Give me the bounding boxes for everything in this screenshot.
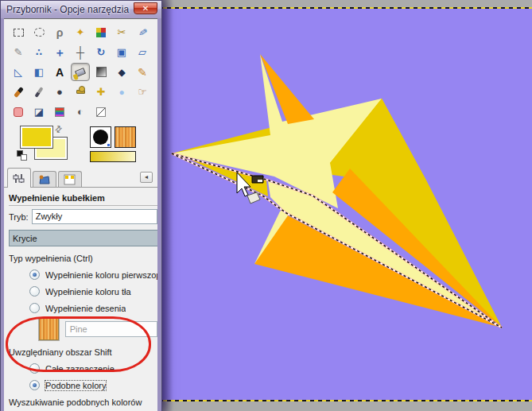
foreground-select-tool[interactable]: ∴ xyxy=(29,43,49,61)
paths-tool[interactable]: ✎ xyxy=(9,43,28,61)
fuzzy-select-tool[interactable]: ✦ xyxy=(71,23,90,41)
blur-sharpen-tool[interactable]: ● xyxy=(112,83,131,101)
scissors-select-tool[interactable]: ✂ xyxy=(112,23,131,41)
mode-dropdown[interactable]: Zwykły xyxy=(32,209,157,224)
rotate-tool[interactable]: ↻ xyxy=(91,43,111,61)
foreground-color-swatch[interactable] xyxy=(21,126,52,148)
radio-row-wype-nienie-koloru-t-a[interactable]: Wypełnienie koloru tła xyxy=(29,286,157,297)
heal-tool[interactable]: ✚ xyxy=(91,83,111,101)
cursor-modifier-inner xyxy=(258,180,262,182)
window-title: Przybornik - Opcje narzędzia xyxy=(1,4,134,15)
text-tool[interactable]: A xyxy=(50,63,69,81)
option-label: Całe zaznaczenie xyxy=(45,364,115,374)
radio-button[interactable] xyxy=(29,303,40,313)
smudge-tool[interactable]: ☞ xyxy=(133,83,152,101)
sliders-icon xyxy=(13,173,25,184)
option-label: Podobne kolory xyxy=(45,381,106,390)
radio-button[interactable] xyxy=(29,380,40,390)
bucket-fill-tool[interactable] xyxy=(71,63,90,81)
perspective-tool[interactable]: ◺ xyxy=(9,63,28,81)
tab-colors[interactable] xyxy=(58,171,82,187)
gradient-preview[interactable] xyxy=(90,151,136,162)
tool-options-title: Wypełnienie kubełkiem xyxy=(9,191,157,206)
radio-row-wype-nienie-koloru-pierwszop[interactable]: Wypełnienie koloru pierwszoplan xyxy=(29,269,157,280)
clone-tool[interactable] xyxy=(71,83,90,101)
swap-colors-icon[interactable]: ⇄ xyxy=(52,123,65,136)
affected-area-options: Całe zaznaczeniePodobne kolory xyxy=(9,363,157,390)
canvas-drawing[interactable] xyxy=(159,0,532,411)
dock-tabs: ◂ xyxy=(4,167,157,188)
opacity-label: Krycie xyxy=(13,234,37,243)
mode-label: Tryb: xyxy=(9,212,29,222)
brush-icon xyxy=(93,130,108,145)
fill-type-options: Wypełnienie koloru pierwszoplanWypełnien… xyxy=(9,269,157,313)
dodge-burn-tool[interactable] xyxy=(9,103,28,121)
affected-area-label: Uwzględniany obszar Shift xyxy=(9,347,157,357)
posterize-tool[interactable]: ◪ xyxy=(29,103,49,121)
radio-button[interactable] xyxy=(29,363,40,374)
paintbrush-tool[interactable] xyxy=(9,83,28,101)
fill-type-label: Typ wypełnienia (Ctrl) xyxy=(9,254,157,263)
pattern-thumbnail[interactable] xyxy=(39,318,59,340)
mode-value: Zwykły xyxy=(36,211,63,221)
hue-saturation-tool[interactable] xyxy=(50,103,69,121)
airbrush-tool[interactable] xyxy=(29,83,49,101)
curves-tool[interactable] xyxy=(91,103,111,121)
brush-preview[interactable] xyxy=(90,126,111,148)
image-background xyxy=(159,8,532,401)
dock-menu-button[interactable]: ◂ xyxy=(140,172,153,183)
shear-tool[interactable]: ▱ xyxy=(133,43,152,61)
default-colors-icon[interactable] xyxy=(17,150,27,161)
image-canvas[interactable] xyxy=(159,0,532,411)
eraser-tool[interactable]: ● xyxy=(50,83,69,101)
option-label: Wypełnienie desenia xyxy=(45,304,126,313)
tab-tool-options[interactable] xyxy=(7,168,31,188)
gimp-screenshot: { "window": { "title": "Przybornik - Opc… xyxy=(0,0,532,411)
color-area: ⇄ xyxy=(4,124,157,165)
radio-row-wype-nienie-desenia[interactable]: Wypełnienie desenia xyxy=(29,303,157,313)
color-picker-tool[interactable]: ✎ xyxy=(133,23,152,41)
toolbox-panel: ρ✦✂✎✎∴＋┼↻▣▱◺◧A◆✎●✚●☞◪◐ ⇄ xyxy=(4,18,157,411)
tab-device-status[interactable] xyxy=(33,171,56,187)
close-button[interactable]: ✕ xyxy=(134,2,157,14)
rect-select-tool[interactable] xyxy=(9,23,28,41)
pattern-row: Pine xyxy=(39,318,157,340)
radio-button[interactable] xyxy=(29,269,40,280)
move-tool[interactable]: ＋ xyxy=(50,43,69,61)
option-label: Wypełnienie koloru tła xyxy=(45,287,131,297)
radio-row-ca-e-zaznaczenie[interactable]: Całe zaznaczenie xyxy=(29,363,157,374)
ellipse-select-tool[interactable] xyxy=(29,23,49,41)
radio-button[interactable] xyxy=(29,286,40,297)
pencil-tool[interactable]: ✎ xyxy=(133,63,152,81)
tool-grid: ρ✦✂✎✎∴＋┼↻▣▱◺◧A◆✎●✚●☞◪◐ xyxy=(4,19,157,122)
brightness-contrast-tool[interactable]: ◐ xyxy=(71,103,90,121)
free-select-tool[interactable]: ρ xyxy=(50,23,69,41)
opacity-slider[interactable]: Krycie xyxy=(9,230,157,246)
colors-icon xyxy=(64,174,76,185)
pattern-preview[interactable] xyxy=(115,126,136,148)
scale-tool[interactable]: ▣ xyxy=(112,43,131,61)
similar-colors-label: Wyszukiwanie podobnych kolorów xyxy=(9,397,157,407)
select-by-color-tool[interactable] xyxy=(91,23,111,41)
device-status-icon xyxy=(38,174,51,185)
ink-tool[interactable]: ◆ xyxy=(112,63,131,81)
blend-tool[interactable] xyxy=(91,63,111,81)
radio-row-podobne-kolory[interactable]: Podobne kolory xyxy=(29,380,157,390)
pattern-name-field[interactable]: Pine xyxy=(65,321,157,337)
toolbox-window: Przybornik - Opcje narzędzia ✕ ρ✦✂✎✎∴＋┼↻… xyxy=(0,0,162,411)
option-label: Wypełnienie koloru pierwszoplan xyxy=(45,270,157,280)
tool-options-section: Wypełnienie kubełkiem Tryb: Zwykły Kryci… xyxy=(4,188,157,411)
flip-tool[interactable]: ◧ xyxy=(29,63,49,81)
align-tool[interactable]: ┼ xyxy=(71,43,90,61)
titlebar[interactable]: Przybornik - Opcje narzędzia ✕ xyxy=(1,1,161,18)
brush-tag xyxy=(107,144,110,146)
